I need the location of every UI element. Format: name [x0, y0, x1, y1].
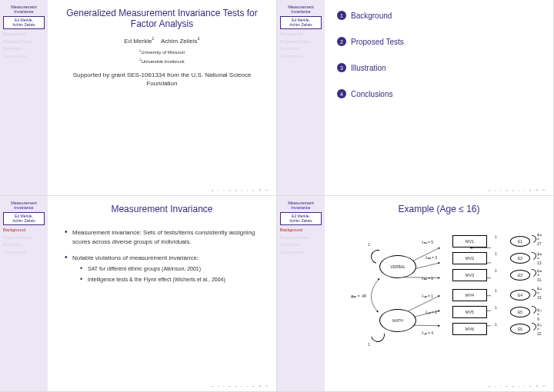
latent-math: MATH	[379, 309, 416, 332]
error-e2: E2	[510, 253, 530, 264]
label-psi: ψ₄ = 15	[537, 286, 542, 300]
outline-item[interactable]: 3Illustration	[337, 63, 541, 72]
indicator-mv5: MV5	[452, 306, 487, 318]
sidebar: MeasurementInvariance Ed Merkle,Achim Ze…	[0, 0, 48, 195]
affiliation-1: 1University of Missouri	[60, 48, 264, 55]
error-e6: E6	[510, 324, 530, 334]
support-line: Supported by grant SES-1061334 from the …	[60, 71, 264, 88]
sidebar-author: Ed Merkle,Achim Zeileis	[280, 16, 322, 29]
label-lambda: λ₄₂ = 1	[422, 294, 433, 298]
nav-controls[interactable]: « ‹ › » « ‹ › » ⊘ ↩	[212, 188, 270, 192]
sidebar-item[interactable]: Background	[280, 228, 322, 233]
sidebar-item[interactable]: Proposed Tests	[280, 235, 322, 241]
error-e4: E4	[510, 290, 530, 301]
indicator-mv6: MV6	[452, 323, 487, 335]
label-phi: φ₂₁ = .48	[351, 294, 366, 298]
sidebar-item[interactable]: Proposed Tests	[280, 39, 322, 45]
label-one: 1	[495, 305, 497, 310]
sidebar-item[interactable]: Proposed Tests	[3, 235, 45, 241]
bullet-item: Measurement invariance: Sets of tests/it…	[65, 228, 264, 245]
slide-outline: MeasurementInvariance Ed Merkle,Achim Ze…	[277, 0, 554, 196]
outline-label: Background	[351, 12, 392, 20]
sidebar: MeasurementInvariance Ed Merkle,Achim Ze…	[277, 196, 325, 391]
outline-list: 1Background 2Proposed Tests 3Illustratio…	[337, 8, 541, 98]
outline-item[interactable]: 1Background	[337, 11, 541, 20]
label-psi: ψ₁ = 27	[537, 232, 542, 246]
nav-controls[interactable]: « ‹ › » « ‹ › » ⊘ ↩	[212, 384, 270, 388]
label-one: 1	[495, 234, 497, 239]
label-lambda: λ₅₂ = 2	[426, 310, 437, 314]
author-line: Ed Merkle1 Achim Zeileis2	[60, 36, 264, 45]
sidebar-title: MeasurementInvariance	[3, 201, 45, 210]
page-title: Generalized Measurement Invariance Tests…	[60, 8, 264, 30]
slide-title: MeasurementInvariance Ed Merkle,Achim Ze…	[0, 0, 277, 196]
sub-bullet-item: Intelligence tests & the Flynn effect (W…	[80, 276, 264, 284]
sidebar-item[interactable]: Illustration	[280, 242, 322, 247]
slide-content: Generalized Measurement Invariance Tests…	[48, 0, 276, 195]
latent-verbal: VERBAL	[379, 255, 416, 278]
sem-diagram: VERBAL MATH 1 1 φ₂₁ = .48 MV1 MV2 MV3 MV…	[337, 221, 541, 367]
label-one: 1	[495, 268, 497, 273]
label-lambda: λ₆₂ = 4	[422, 331, 433, 335]
outline-item[interactable]: 4Conclusions	[337, 89, 541, 98]
bullet-number-icon: 1	[337, 11, 346, 20]
label-one: 1	[495, 288, 497, 293]
label-one: 1	[495, 322, 497, 327]
label-lambda: λ₁₁ = 5	[422, 240, 433, 244]
sidebar-item[interactable]: Illustration	[280, 46, 322, 51]
slide-content: Example (Age ≤ 16) VERBAL MATH 1	[325, 196, 553, 391]
slide-content: 1Background 2Proposed Tests 3Illustratio…	[325, 0, 553, 195]
slides-grid: MeasurementInvariance Ed Merkle,Achim Ze…	[0, 0, 554, 392]
indicator-mv1: MV1	[452, 235, 487, 247]
label-lambda: λ₂₁ = 3	[426, 255, 437, 260]
sidebar: MeasurementInvariance Ed Merkle,Achim Ze…	[0, 196, 48, 391]
sidebar-item[interactable]: Conclusions	[3, 54, 45, 59]
sidebar-item[interactable]: Illustration	[3, 242, 45, 247]
sidebar-author: Ed Merkle,Achim Zeileis	[3, 212, 45, 225]
sidebar-item[interactable]: Proposed Tests	[3, 39, 45, 45]
label-psi: ψ₂ = 13	[537, 251, 542, 265]
sidebar-item[interactable]: Conclusions	[280, 54, 322, 59]
page-title: Example (Age ≤ 16)	[337, 204, 541, 214]
sidebar-item[interactable]: Background	[3, 228, 45, 233]
sidebar-author: Ed Merkle,Achim Zeileis	[3, 16, 45, 29]
label-lambda: λ₃₁ = 6	[422, 276, 433, 281]
error-e5: E5	[510, 307, 530, 317]
sidebar-item[interactable]: Conclusions	[3, 250, 45, 255]
label-psi: ψ₆ = 22	[537, 322, 542, 336]
label-one: 1	[368, 242, 370, 247]
bullet-number-icon: 4	[337, 89, 346, 98]
sidebar-author: Ed Merkle,Achim Zeileis	[280, 212, 322, 225]
nav-controls[interactable]: « ‹ › » « ‹ › » ⊘ ↩	[489, 188, 547, 192]
affiliation-2: 2Universität Innsbruck	[60, 58, 264, 64]
outline-item[interactable]: 2Proposed Tests	[337, 37, 541, 46]
sidebar-item[interactable]: Illustration	[3, 46, 45, 51]
sidebar-item[interactable]: Background	[3, 32, 45, 37]
outline-label: Conclusions	[351, 90, 392, 98]
sidebar-item[interactable]: Conclusions	[280, 250, 322, 255]
slide-mi: MeasurementInvariance Ed Merkle,Achim Ze…	[0, 196, 277, 392]
indicator-mv2: MV2	[452, 252, 487, 264]
sidebar-item[interactable]: Background	[280, 32, 322, 37]
label-one: 1	[368, 342, 370, 347]
slide-example: MeasurementInvariance Ed Merkle,Achim Ze…	[277, 196, 554, 392]
bullet-item: Notable violations of measurement invari…	[65, 254, 264, 284]
indicator-mv3: MV3	[452, 269, 487, 281]
bullet-list: Measurement invariance: Sets of tests/it…	[60, 228, 264, 283]
sidebar-title: MeasurementInvariance	[280, 201, 322, 210]
sidebar-title: MeasurementInvariance	[280, 5, 322, 14]
error-e1: E1	[510, 236, 530, 247]
indicator-mv4: MV4	[452, 289, 487, 301]
label-psi: ψ₅ = 9	[537, 307, 542, 321]
bullet-number-icon: 3	[337, 63, 346, 72]
bullet-number-icon: 2	[337, 37, 346, 46]
nav-controls[interactable]: « ‹ › » « ‹ › » ⊘ ↩	[489, 384, 547, 388]
outline-label: Illustration	[351, 64, 386, 72]
sidebar-title: MeasurementInvariance	[3, 5, 45, 14]
svg-line-2	[402, 277, 439, 278]
label-one: 1	[495, 251, 497, 256]
page-title: Measurement Invariance	[60, 204, 264, 214]
label-psi: ψ₃ = 31	[537, 268, 542, 282]
error-e3: E3	[510, 270, 530, 281]
slide-content: Measurement Invariance Measurement invar…	[48, 196, 276, 391]
